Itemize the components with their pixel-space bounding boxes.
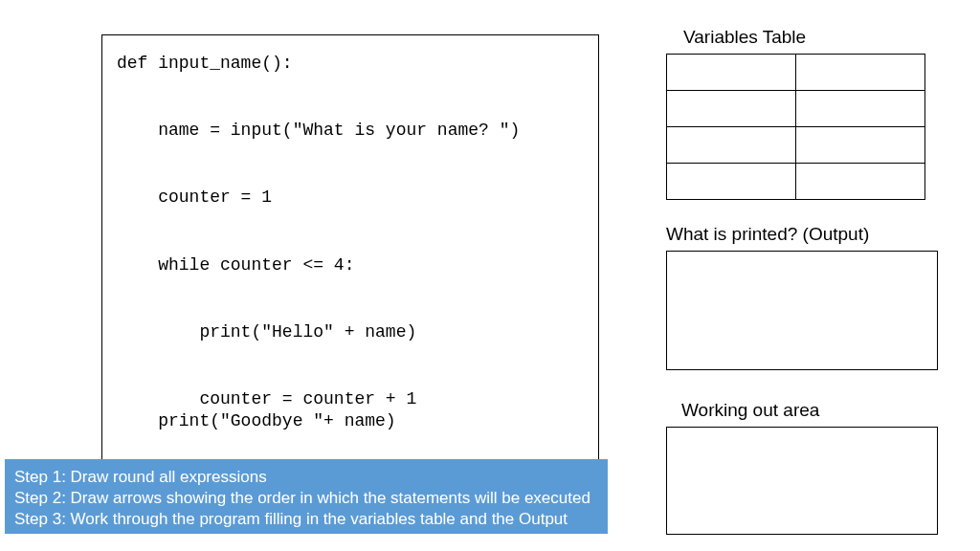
working-box (666, 427, 938, 535)
step-2-text: Step 2: Draw arrows showing the order in… (14, 488, 594, 509)
table-cell (667, 91, 796, 127)
code-line-1: def input_name(): (117, 54, 293, 73)
code-line-3: name = input("What is your name? ") (117, 121, 520, 140)
table-row (667, 164, 925, 200)
table-cell (667, 55, 796, 91)
table-row (667, 127, 925, 164)
table-cell (667, 164, 796, 200)
variables-table (666, 54, 925, 200)
code-line-5: counter = 1 (117, 187, 272, 207)
table-cell (667, 127, 796, 164)
output-box (666, 251, 938, 370)
table-row (667, 55, 925, 91)
table-cell (796, 55, 925, 91)
table-cell (796, 91, 925, 127)
code-box: def input_name(): name = input("What is … (101, 34, 599, 460)
working-heading: Working out area (681, 400, 819, 421)
variables-table-heading: Variables Table (683, 27, 806, 48)
table-row (667, 91, 925, 127)
step-3-text: Step 3: Work through the program filling… (14, 509, 594, 551)
table-cell (796, 164, 925, 200)
steps-box: Step 1: Draw round all expressions Step … (5, 459, 608, 534)
output-heading: What is printed? (Output) (666, 224, 869, 245)
code-line-12: print("Goodbye "+ name) (117, 411, 396, 430)
code-line-11: counter = counter + 1 (117, 389, 416, 408)
code-line-7: while counter <= 4: (117, 255, 354, 275)
step-1-text: Step 1: Draw round all expressions (14, 467, 594, 488)
code-line-9: print("Hello" + name) (117, 322, 416, 342)
table-cell (796, 127, 925, 164)
